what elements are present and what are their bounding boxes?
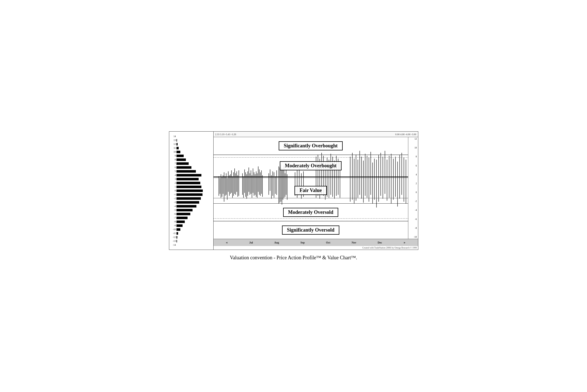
hist-label: 4 [170,174,176,176]
axis-neg8: -8 [409,227,417,229]
hist-label: -14 [170,244,176,246]
hist-label: -6 [170,213,176,215]
hist-label: -5 [170,209,176,211]
hist-row: 6 [169,165,213,169]
hist-row: 2 [169,181,213,185]
hist-row: -11 [169,231,213,235]
hist-label: 11 [170,147,176,149]
attribution: Created with TradeStation 2000i by Omega… [214,246,418,250]
hist-label: 5 [170,170,176,173]
axis-6: 6 [409,165,417,167]
hist-label: 3 [170,178,176,180]
hist-bar [176,189,203,192]
header-numbers-left: 2.33 3.19 -5.43 -3.28 [215,133,236,136]
right-axis: 12 10 8 6 4 2 0 -2 -4 -6 -8 -10 [408,137,418,239]
axis-10: 10 [409,147,417,149]
hist-bar [176,201,199,204]
hist-label: 0 [170,189,176,192]
hist-bar [176,155,184,157]
axis-neg10: -10 [409,236,417,238]
date-bar[interactable]: ◄ Jul Aug Sep Oct Nov Dec ► [214,239,418,246]
date-jul: Jul [249,241,253,244]
hist-label: 14 [170,135,176,138]
axis-neg2: -2 [409,200,417,203]
main-panel: 2.33 3.19 -5.43 -3.28 0.00 4.00 -4.00 -3… [214,132,418,250]
hist-bar [176,174,201,176]
hist-label: 2 [170,182,176,184]
hist-row: -4 [169,204,213,208]
dotted-8 [214,155,408,155]
hist-bar [176,139,177,142]
histogram-panel: 14131211109876543210-1-2-3-4-5-6-7-8-9-1… [169,132,214,250]
hist-row: 0 [169,189,213,193]
hist-bar [176,166,191,169]
hist-label: -7 [170,217,176,219]
hist-label: 6 [170,166,176,169]
date-nov: Nov [352,241,356,244]
hist-label: -3 [170,201,176,204]
axis-4: 4 [409,173,417,176]
hist-row: 4 [169,173,213,177]
hist-row: 3 [169,177,213,181]
hist-label: -13 [170,240,176,242]
hist-bar [176,193,202,196]
hist-label: 10 [170,151,176,153]
hist-bar [176,209,193,211]
hist-row: 5 [169,169,213,173]
chart-wrapper: 14131211109876543210-1-2-3-4-5-6-7-8-9-1… [169,131,418,250]
hist-row: -13 [169,239,213,243]
hist-bar [176,232,178,235]
hist-label: -10 [170,228,176,231]
hist-row: 7 [169,162,213,165]
date-sep: Sep [300,241,305,244]
hist-row: 10 [169,150,213,154]
hist-label: -11 [170,232,176,235]
hist-bar [176,186,201,188]
hist-label: 1 [170,186,176,188]
hist-row: -6 [169,212,213,216]
hist-row: -5 [169,208,213,212]
hist-label: -1 [170,193,176,196]
hist-row: 9 [169,154,213,158]
hist-bar [176,143,178,145]
hist-row: -2 [169,196,213,200]
zones-column: Significantly Overbought Moderately Over… [214,137,408,239]
hist-bar [176,205,196,207]
hist-row: -14 [169,243,213,247]
axis-12: 12 [409,138,417,140]
hist-label: -9 [170,224,176,227]
date-aug: Aug [274,241,279,244]
axis-neg6: -6 [409,218,417,221]
hist-label: 7 [170,162,176,165]
hist-bar [176,178,199,180]
axis-neg4: -4 [409,209,417,211]
axis-2: 2 [409,182,417,185]
hist-bar [176,224,183,227]
hist-label: -2 [170,197,176,200]
chart-header: 2.33 3.19 -5.43 -3.28 0.00 4.00 -4.00 -3… [214,132,418,137]
axis-8: 8 [409,155,417,158]
hist-row: -10 [169,227,213,231]
dotted-neg8 [214,221,408,221]
hist-row: 11 [169,146,213,150]
page-container: 14131211109876543210-1-2-3-4-5-6-7-8-9-1… [169,131,418,261]
hist-row: 8 [169,158,213,162]
hist-label: 8 [170,158,176,161]
bars-svg [214,137,408,239]
chart-body: Significantly Overbought Moderately Over… [214,137,418,239]
hist-row: -7 [169,216,213,220]
caption: Valuation convention - Price Action Prof… [169,255,418,261]
hist-bar [176,151,180,153]
hist-bar [176,197,201,200]
header-numbers-right: 0.00 4.00 -4.00 -3.00 [395,133,416,136]
hist-row: 12 [169,142,213,146]
hist-label: -8 [170,221,176,223]
hist-row: -1 [169,193,213,196]
hist-bar [176,221,185,223]
hist-bar [176,170,196,173]
hist-bar [176,213,190,215]
hist-row: 13 [169,138,213,142]
hist-row: -3 [169,200,213,204]
hist-row: 1 [169,185,213,189]
hist-row: -8 [169,220,213,224]
